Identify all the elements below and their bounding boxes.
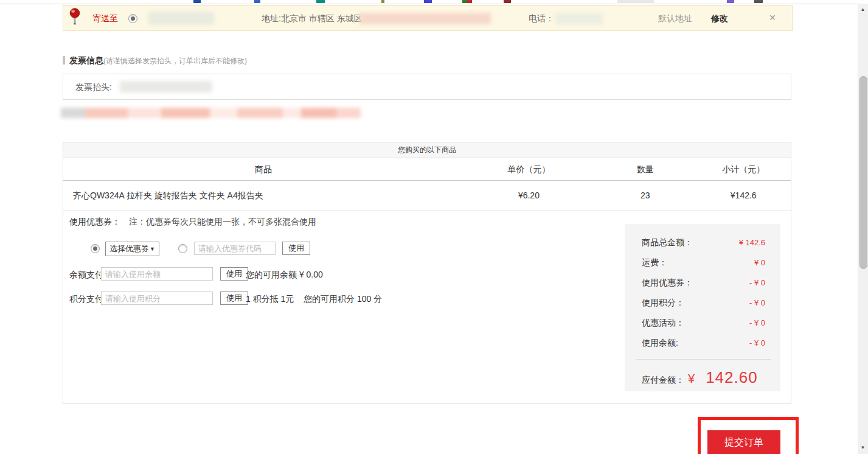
summary-label: 商品总金额：: [642, 237, 693, 248]
redacted-address-detail: [359, 13, 491, 24]
product-subtotal: ¥142.6: [696, 181, 791, 211]
product-qty: 23: [594, 181, 696, 211]
summary-label: 优惠活动：: [642, 318, 684, 329]
order-box: 您购买的以下商品 商品 单价（元） 数量 小计（元） 齐心QW324A 拉杆夹 …: [63, 142, 791, 404]
products-band-title: 您购买的以下商品: [63, 142, 791, 158]
total-amount: 142.60: [706, 368, 758, 387]
coupon-select-radio[interactable]: [91, 244, 100, 253]
scroll-down-arrow[interactable]: ▼: [858, 443, 868, 453]
browser-chrome-edge: [0, 0, 868, 4]
ship-to-label: 寄送至: [92, 13, 118, 24]
bookmark-icon-fragment: [381, 0, 384, 3]
bookmark-icon-fragment: [254, 0, 260, 3]
balance-available-text: 您的可用余额 ¥ 0.00: [246, 270, 323, 281]
bookmark-icon-fragment: [193, 0, 201, 3]
total-label: 应付金额：: [642, 375, 684, 386]
use-points-button[interactable]: 使用: [220, 292, 248, 305]
summary-value: - ¥ 0: [749, 338, 765, 347]
section-marker: [63, 56, 65, 65]
summary-label: 运费：: [642, 257, 667, 268]
bookmark-icon-fragment: [727, 0, 734, 3]
redacted-text-line: [61, 108, 361, 118]
invoice-section-title: 发票信息(请谨慎选择发票抬头，订单出库后不能修改): [63, 55, 247, 65]
scrollbar-thumb[interactable]: [859, 76, 867, 269]
total-currency: ¥: [688, 372, 695, 386]
summary-value: - ¥ 0: [749, 298, 765, 307]
product-price: ¥6.20: [464, 181, 594, 211]
invoice-box: 发票抬头:: [63, 74, 791, 100]
submit-order-button[interactable]: 提交订单: [707, 430, 780, 454]
table-header-row: 商品 单价（元） 数量 小计（元）: [63, 158, 791, 181]
balance-pay-label: 余额支付:: [69, 270, 106, 281]
bookmark-icon-fragment: [504, 0, 511, 3]
product-name: 齐心QW324A 拉杆夹 旋转报告夹 文件夹 A4报告夹: [63, 181, 464, 211]
invoice-title-note: (请谨慎选择发票抬头，订单出库后不能修改): [103, 57, 247, 65]
summary-row: 优惠活动： - ¥ 0: [642, 313, 765, 333]
use-balance-button[interactable]: 使用: [220, 267, 248, 281]
modify-address-link[interactable]: 修改: [711, 13, 728, 24]
column-header-qty: 数量: [594, 158, 696, 180]
map-pin-icon: [69, 8, 81, 29]
summary-row: 使用优惠券： - ¥ 0: [642, 273, 765, 293]
coupon-note: 注：优惠券每次只能使用一张，不可多张混合使用: [129, 217, 316, 226]
default-address-label: 默认地址: [658, 13, 692, 24]
use-coupon-button[interactable]: 使用: [282, 242, 310, 255]
close-icon[interactable]: ✕: [769, 13, 776, 23]
page-content: 寄送至 地址:北京市 市辖区 东城区 电话： 默认地址 修改 ✕ 发票信息(请谨…: [63, 0, 793, 454]
phone-label: 电话：: [529, 13, 554, 24]
coupon-select-dropdown[interactable]: 选择优惠券 ▼: [105, 242, 159, 256]
summary-label: 使用余额:: [642, 338, 678, 349]
bookmark-icon-fragment: [462, 0, 467, 3]
points-available-text: 您的可用积分 100 分: [304, 294, 382, 305]
summary-row: 运费： ¥ 0: [642, 253, 765, 273]
summary-divider: [636, 359, 771, 360]
balance-input[interactable]: [101, 267, 213, 281]
coupon-code-input[interactable]: [194, 242, 276, 255]
product-row: 齐心QW324A 拉杆夹 旋转报告夹 文件夹 A4报告夹 ¥6.20 23 ¥1…: [63, 181, 791, 211]
summary-row: 商品总金额： ¥ 142.6: [642, 232, 765, 253]
redacted-recipient-name: [148, 12, 214, 25]
bookmark-icon-fragment: [316, 0, 325, 3]
invoice-title: 发票信息: [69, 55, 103, 65]
address-radio[interactable]: [128, 14, 137, 23]
column-header-product: 商品: [63, 158, 464, 180]
chevron-down-icon: ▼: [150, 246, 155, 252]
summary-label: 使用优惠券：: [642, 278, 693, 288]
redacted-invoice-title: [120, 81, 212, 93]
scrollbar[interactable]: ▲ ▼: [858, 4, 868, 454]
coupon-select-label: 选择优惠券: [109, 243, 149, 254]
bookmark-icon-fragment: [754, 0, 763, 3]
summary-label: 使用积分：: [642, 298, 684, 309]
order-summary-panel: 商品总金额： ¥ 142.6 运费： ¥ 0 使用优惠券： - ¥ 0 使用积分…: [625, 224, 780, 391]
checkout-page: ▲ ▼ 寄送至 地址:北京市 市辖区 东城区 电话： 默认地址 修改 ✕: [0, 0, 868, 454]
bookmark-icon-fragment: [467, 0, 472, 3]
summary-value: - ¥ 0: [749, 318, 765, 327]
coupon-label: 使用优惠券：: [69, 217, 120, 226]
coupon-header: 使用优惠券：注：优惠券每次只能使用一张，不可多张混合使用: [69, 217, 316, 228]
points-pay-label: 积分支付:: [69, 294, 106, 305]
summary-value: ¥ 0: [754, 258, 765, 267]
points-input[interactable]: [101, 292, 213, 305]
points-rate-text: 1 积分抵 1元: [246, 294, 294, 305]
redacted-phone-number: [555, 13, 603, 24]
bookmark-icon-fragment: [424, 0, 432, 3]
bookmark-icon-fragment: [617, 0, 654, 3]
address-text: 地址:北京市 市辖区 东城区: [262, 13, 363, 24]
scroll-up-arrow[interactable]: ▲: [858, 5, 868, 15]
coupon-code-radio[interactable]: [178, 244, 187, 253]
column-header-subtotal: 小计（元）: [696, 158, 791, 180]
shipping-address-bar: 寄送至 地址:北京市 市辖区 东城区 电话： 默认地址 修改 ✕: [63, 5, 793, 31]
summary-value: - ¥ 0: [749, 278, 765, 287]
total-row: 应付金额： ¥ 142.60: [642, 368, 765, 387]
summary-row: 使用余额: - ¥ 0: [642, 333, 765, 353]
summary-value: ¥ 142.6: [739, 238, 765, 247]
invoice-header-label: 发票抬头:: [75, 82, 112, 93]
summary-row: 使用积分： - ¥ 0: [642, 293, 765, 313]
column-header-price: 单价（元）: [464, 158, 594, 180]
